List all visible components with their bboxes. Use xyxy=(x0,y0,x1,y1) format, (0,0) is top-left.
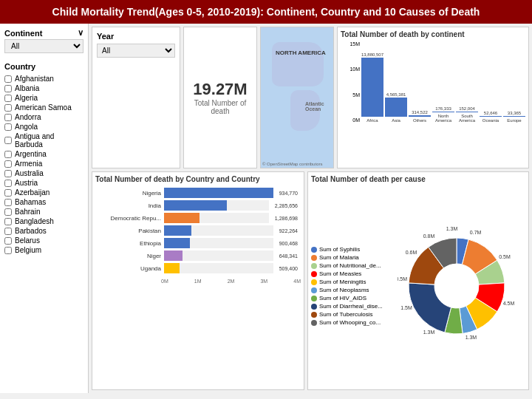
country-checkbox[interactable] xyxy=(4,160,12,168)
continent-bars-container: 13,880,507Africa4,565,381Asia314,522Othe… xyxy=(361,41,525,137)
country-list-item[interactable]: Albania xyxy=(4,83,83,93)
bar-group: 176,333North America xyxy=(432,41,454,123)
legend-dot xyxy=(311,287,317,293)
country-list-item[interactable]: Angola xyxy=(4,122,83,132)
header-title: Child Mortality Trend(Ages 0-5, 2010-201… xyxy=(52,6,480,18)
top-row: Year All 19.27M Total Number of death xyxy=(89,24,532,171)
country-checkbox[interactable] xyxy=(4,170,12,177)
continent-filter: Continent ∨ All xyxy=(4,28,83,56)
continent-bar xyxy=(480,116,502,117)
country-list-item[interactable]: Algeria xyxy=(4,93,83,103)
cause-chart-title: Total Number of death per cause xyxy=(311,175,525,183)
legend-item: Sum of Tuberculosis xyxy=(311,311,385,318)
legend-dot xyxy=(311,312,317,318)
country-list-item[interactable]: Afghanistan xyxy=(4,74,83,83)
country-list-item[interactable]: Azerbaijan xyxy=(4,188,83,197)
map-attribution: © OpenStreetMap contributors xyxy=(262,162,322,166)
country-list-item[interactable]: Barbados xyxy=(4,226,83,236)
pie-annotation: 1.5M xyxy=(400,305,412,310)
legend-dot xyxy=(311,271,317,277)
legend-dot xyxy=(311,255,317,261)
country-filter: Country AfghanistanAlbaniaAlgeriaAmerica… xyxy=(4,62,83,255)
country-list: AfghanistanAlbaniaAlgeriaAmerican SamoaA… xyxy=(4,74,83,255)
country-checkbox[interactable] xyxy=(4,85,12,92)
country-checkbox[interactable] xyxy=(4,228,12,235)
legend-dot xyxy=(311,304,317,310)
pie-annotation: 0.7M xyxy=(470,230,482,235)
country-list-item[interactable]: Austria xyxy=(4,178,83,188)
legend-dot xyxy=(311,247,317,253)
country-checkbox[interactable] xyxy=(4,199,12,206)
country-bar-fill xyxy=(164,250,183,261)
continent-chart-area: 15M 10M 5M 0M 13,880,507Africa4,565,381A… xyxy=(341,41,525,137)
country-checkbox[interactable] xyxy=(4,123,12,131)
y-axis: 15M 10M 5M 0M xyxy=(341,41,361,137)
total-deaths-number: 19.27M xyxy=(193,80,247,99)
country-checkbox[interactable] xyxy=(4,151,12,158)
country-list-item[interactable]: Belarus xyxy=(4,236,83,245)
country-bar-fill xyxy=(164,188,273,198)
legend-dot xyxy=(311,263,317,269)
legend-item: Sum of Malaria xyxy=(311,254,385,261)
continent-select[interactable]: All xyxy=(4,39,83,53)
country-bar-row: Ethiopia900,468 xyxy=(98,238,298,248)
pie-annotation: 1.3M xyxy=(423,330,435,335)
pie-slice xyxy=(409,283,451,332)
country-checkbox[interactable] xyxy=(4,208,12,216)
country-list-item[interactable]: Argentina xyxy=(4,149,83,159)
sidebar: Continent ∨ All Country AfghanistanAlban… xyxy=(0,24,89,393)
legend-item: Sum of Neoplasms xyxy=(311,287,385,293)
legend-item: Sum of Whooping_co... xyxy=(311,319,385,326)
bar-group: 52,646Oceania xyxy=(480,41,502,123)
continent-bar xyxy=(432,112,454,112)
country-checkbox[interactable] xyxy=(4,189,12,197)
continent-bar xyxy=(361,58,383,117)
country-checkbox[interactable] xyxy=(4,137,12,144)
country-list-item[interactable]: Bahamas xyxy=(4,197,83,207)
country-chart-title: Total Number of death by Country and Cou… xyxy=(95,175,301,183)
country-checkbox[interactable] xyxy=(4,95,12,102)
country-chart-box: Total Number of death by Country and Cou… xyxy=(92,171,304,390)
country-checkbox[interactable] xyxy=(4,237,12,245)
country-list-item[interactable]: Belgium xyxy=(4,245,83,255)
legend-dot xyxy=(311,296,317,301)
country-list-item[interactable]: Armenia xyxy=(4,159,83,168)
country-filter-label: Country xyxy=(4,62,83,71)
country-bar-fill xyxy=(164,213,200,223)
continent-filter-label: Continent ∨ xyxy=(4,28,83,38)
country-list-item[interactable]: Antigua and Barbuda xyxy=(4,132,83,149)
country-list-item[interactable]: Australia xyxy=(4,168,83,178)
page-header: Child Mortality Trend(Ages 0-5, 2010-201… xyxy=(0,0,532,24)
country-list-item[interactable]: American Samoa xyxy=(4,103,83,112)
country-bar-fill xyxy=(164,263,180,273)
country-checkbox[interactable] xyxy=(4,75,12,83)
legend-item: Sum of Diarrheal_dise... xyxy=(311,303,385,310)
continent-bar xyxy=(503,116,525,117)
country-list-item[interactable]: Bahrain xyxy=(4,207,83,216)
pie-annotation: 4.5M xyxy=(503,301,515,306)
country-list-item[interactable]: Bangladesh xyxy=(4,216,83,226)
country-bar-row: Pakistan922,264 xyxy=(98,225,298,236)
country-bar-row: Nigeria934,770 xyxy=(98,188,298,198)
country-bar-fill xyxy=(164,238,190,248)
country-list-item[interactable]: Andorra xyxy=(4,112,83,122)
bar-group: 13,880,507Africa xyxy=(361,41,383,123)
country-checkbox[interactable] xyxy=(4,180,12,187)
cause-chart-box: Total Number of death per cause Sum of S… xyxy=(307,171,529,390)
country-checkbox[interactable] xyxy=(4,114,12,121)
legend-item: Sum of Syphilis xyxy=(311,246,385,253)
pie-container: 0.7M0.5M4.5M1.3M1.3M1.5M0.5M0.6M0.8M1.3M xyxy=(388,186,525,386)
country-bar-row: India2,285,656 xyxy=(98,200,298,211)
country-bar-row: Democratic Repu...1,286,698 xyxy=(98,213,298,223)
year-select[interactable]: All xyxy=(97,44,175,58)
country-checkbox[interactable] xyxy=(4,247,12,254)
country-checkbox[interactable] xyxy=(4,218,12,225)
pie-annotation: 0.8M xyxy=(423,233,435,239)
country-checkbox[interactable] xyxy=(4,104,12,112)
pie-annotation: 0.6M xyxy=(406,250,417,255)
pie-chart-svg: 0.7M0.5M4.5M1.3M1.3M1.5M0.5M0.6M0.8M1.3M xyxy=(398,227,516,345)
bottom-row: Total Number of death by Country and Cou… xyxy=(89,171,532,393)
year-filter-label: Year xyxy=(97,32,175,41)
continent-chart-box: Total Number of death by continent 15M 1… xyxy=(337,27,529,168)
year-filter-box: Year All xyxy=(92,27,180,168)
